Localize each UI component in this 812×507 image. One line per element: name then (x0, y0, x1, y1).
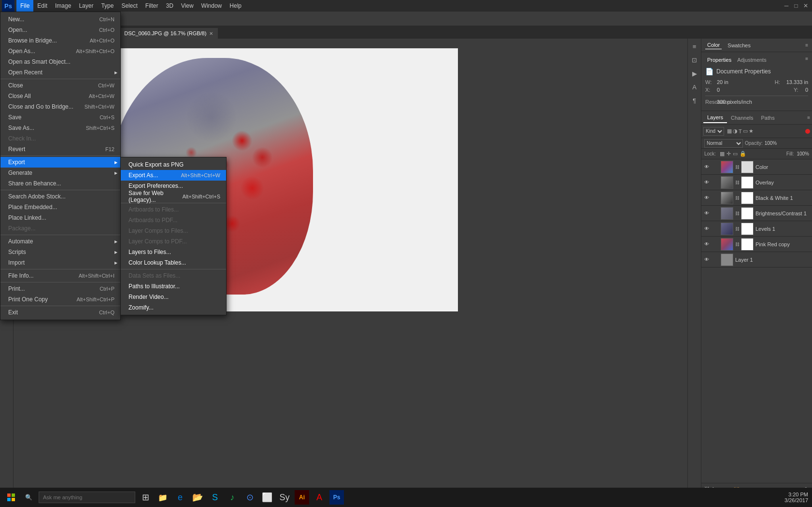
export-quick-png[interactable]: Quick Export as PNG (121, 159, 226, 170)
export-layer-comps-pdf[interactable]: Layer Comps to PDF... (121, 236, 226, 247)
export-data-sets[interactable]: Data Sets as Files... (121, 270, 226, 281)
paragraph-icon[interactable]: ¶ (689, 95, 700, 106)
properties-tab[interactable]: Properties (705, 56, 733, 64)
menu-help[interactable]: Help (226, 0, 245, 12)
skype-icon[interactable]: S (208, 490, 222, 505)
menu-search-stock[interactable]: Search Adobe Stock... (0, 191, 120, 202)
restore-button[interactable]: □ (792, 1, 800, 10)
minecraft-icon[interactable]: ⬜ (260, 490, 274, 505)
layer-item-pink[interactable]: 👁 ⛓ Pink Red copy (701, 237, 812, 252)
menu-edit[interactable]: Edit (33, 0, 51, 12)
channels-tab[interactable]: Channels (727, 113, 757, 123)
visibility-bw[interactable]: 👁 (703, 195, 710, 201)
adjustments-tab[interactable]: Adjustments (735, 56, 769, 64)
blend-mode-select[interactable]: Normal (704, 139, 743, 148)
properties-menu[interactable]: ≡ (805, 56, 808, 64)
menu-package[interactable]: Package... (0, 223, 120, 234)
lock-artboard-icon[interactable]: ▭ (733, 151, 738, 157)
folder-icon[interactable]: 📂 (190, 490, 205, 505)
layer-item-color[interactable]: 👁 ⛓ Color (701, 159, 812, 175)
pixel-filter-icon[interactable]: ▦ (727, 128, 732, 134)
lock-all-icon[interactable]: 🔒 (740, 151, 746, 157)
type-filter-icon[interactable]: T (739, 128, 742, 134)
menu-export[interactable]: Export Quick Export as PNG Export As... … (0, 157, 120, 168)
export-layers-to-files[interactable]: Layers to Files... (121, 247, 226, 257)
menu-import[interactable]: Import (0, 257, 120, 268)
visibility-bc[interactable]: 👁 (703, 210, 710, 217)
menu-automate[interactable]: Automate (0, 236, 120, 247)
edge-icon[interactable]: e (173, 490, 187, 505)
menu-open[interactable]: Open... Ctrl+O (0, 25, 120, 35)
menu-file[interactable]: File (16, 0, 33, 12)
photoshop-taskbar-icon[interactable]: Ps (329, 490, 344, 505)
menu-place-linked[interactable]: Place Linked... (0, 212, 120, 223)
layers-tab[interactable]: Layers (703, 113, 727, 123)
export-save-web[interactable]: Save for Web (Legacy)... Alt+Shift+Ctrl+… (121, 191, 226, 202)
menu-check-in[interactable]: Check In... (0, 133, 120, 144)
menu-select[interactable]: Select (117, 0, 141, 12)
menu-type[interactable]: Type (97, 0, 117, 12)
color-panel-menu[interactable]: ≡ (805, 42, 808, 48)
menu-open-as[interactable]: Open As... Alt+Shift+Ctrl+O (0, 46, 120, 56)
menu-share-behance[interactable]: Share on Behance... (0, 178, 120, 189)
menu-save-as[interactable]: Save As... Shift+Ctrl+S (0, 123, 120, 133)
layers-menu[interactable]: ≡ (807, 115, 810, 120)
action-icon[interactable]: ▶ (689, 68, 700, 79)
export-artboards-pdf[interactable]: Artboards to PDF... (121, 215, 226, 225)
adobe-icon[interactable]: A (312, 490, 327, 505)
lock-pixels-icon[interactable]: ▦ (720, 151, 725, 157)
task-view-button[interactable]: ⊞ (138, 490, 153, 505)
menu-revert[interactable]: Revert F12 (0, 144, 120, 155)
character-icon[interactable]: A (689, 81, 700, 93)
tab-2[interactable]: DSC_0060.JPG @ 16.7% (RGB/8) ✕ (119, 28, 218, 39)
visibility-overlay[interactable]: 👁 (703, 179, 710, 186)
menu-save[interactable]: Save Ctrl+S (0, 112, 120, 123)
menu-exit[interactable]: Exit Ctrl+Q (0, 307, 120, 318)
channel-icon[interactable]: ≡ (689, 41, 700, 52)
spotify-icon[interactable]: ♪ (225, 490, 240, 505)
menu-image[interactable]: Image (51, 0, 75, 12)
layer-item-bc[interactable]: 👁 ⛓ Brightness/Contrast 1 (701, 206, 812, 221)
visibility-color[interactable]: 👁 (703, 164, 710, 170)
layer-item-overlay[interactable]: 👁 ⛓ Overlay (701, 175, 812, 190)
taskbar-search[interactable] (39, 492, 135, 503)
illustrator-icon[interactable]: Ai (295, 490, 309, 505)
history-icon[interactable]: ⊡ (689, 54, 700, 66)
adjustment-filter-icon[interactable]: ◑ (733, 128, 738, 134)
menu-place-embedded[interactable]: Place Embedded... (0, 202, 120, 212)
menu-generate[interactable]: Generate (0, 168, 120, 178)
menu-open-smart-object[interactable]: Open as Smart Object... (0, 56, 120, 67)
export-zoomify[interactable]: Zoomify... (121, 302, 226, 313)
menu-3d[interactable]: 3D (162, 0, 177, 12)
export-artboards-files[interactable]: Artboards to Files... (121, 204, 226, 215)
visibility-pink[interactable]: 👁 (703, 241, 710, 248)
start-button[interactable] (4, 490, 18, 505)
tab-2-close[interactable]: ✕ (209, 31, 213, 36)
menu-print[interactable]: Print... Ctrl+P (0, 283, 120, 294)
menu-new[interactable]: New... Ctrl+N (0, 14, 120, 25)
menu-close-go-bridge[interactable]: Close and Go to Bridge... Shift+Ctrl+W (0, 101, 120, 112)
color-tab[interactable]: Color (705, 41, 722, 49)
file-explorer-icon[interactable]: 📁 (156, 490, 170, 505)
close-button[interactable]: ✕ (801, 1, 810, 10)
menu-layer[interactable]: Layer (75, 0, 97, 12)
paths-tab[interactable]: Paths (757, 113, 779, 123)
menu-print-one-copy[interactable]: Print One Copy Alt+Shift+Ctrl+P (0, 294, 120, 305)
menu-view[interactable]: View (177, 0, 198, 12)
lock-position-icon[interactable]: ✛ (727, 151, 731, 157)
minimize-button[interactable]: ─ (782, 1, 791, 10)
menu-file-info[interactable]: File Info... Alt+Shift+Ctrl+I (0, 270, 120, 281)
visibility-levels[interactable]: 👁 (703, 225, 710, 232)
export-paths-illustrator[interactable]: Paths to Illustrator... (121, 281, 226, 292)
synaptics-icon[interactable]: Sy (277, 490, 292, 505)
swatches-tab[interactable]: Swatches (726, 42, 753, 49)
export-render-video[interactable]: Render Video... (121, 292, 226, 302)
layer-item-levels[interactable]: 👁 ⛓ Levels 1 (701, 221, 812, 237)
export-color-lookup[interactable]: Color Lookup Tables... (121, 257, 226, 268)
export-layer-comps-files[interactable]: Layer Comps to Files... (121, 225, 226, 236)
menu-filter[interactable]: Filter (142, 0, 162, 12)
visibility-layer1[interactable]: 👁 (703, 256, 710, 263)
layer-item-bw[interactable]: 👁 ⛓ Black & White 1 (701, 190, 812, 206)
shape-filter-icon[interactable]: ▭ (743, 128, 748, 134)
smart-filter-icon[interactable]: ★ (749, 128, 754, 134)
